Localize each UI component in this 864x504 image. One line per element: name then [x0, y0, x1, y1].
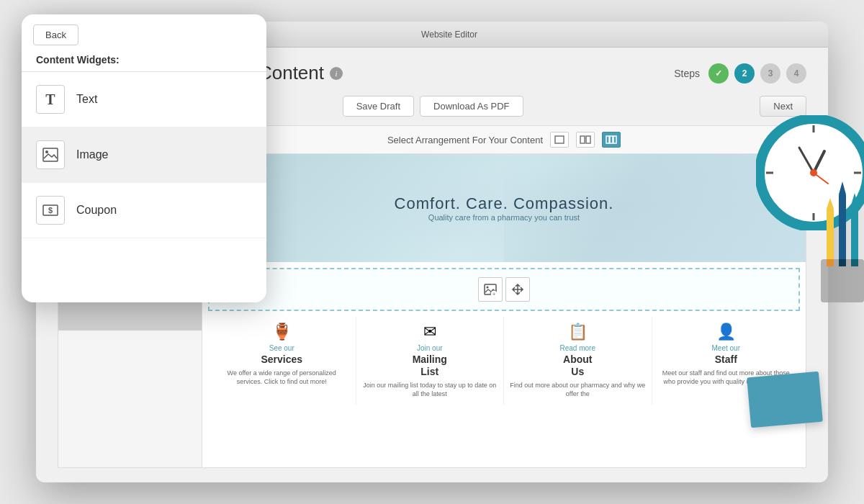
popup-coupon-icon: $: [36, 196, 65, 225]
popup-item-image[interactable]: Image: [22, 127, 266, 183]
svg-rect-36: [851, 259, 858, 266]
hero-title: Comfort. Care. Compassion.: [395, 194, 614, 213]
arrangement-bar: Select Arrangement For Your Content: [202, 126, 806, 154]
popup-title: Content Widgets:: [22, 45, 266, 72]
mailing-see: Join our: [362, 344, 498, 352]
widget-image-button[interactable]: +: [478, 277, 503, 302]
svg-rect-7: [606, 136, 609, 143]
services-grid: 🏺 See our Services We offer a wide range…: [202, 317, 806, 410]
svg-rect-14: [43, 148, 58, 161]
mailing-desc: Join our mailing list today to stay up t…: [362, 381, 498, 399]
website-preview: Comfort. Care. Compassion. Quality care …: [202, 154, 806, 467]
step-1: ✓: [708, 63, 729, 84]
steps-container: Steps ✓ 2 3 4: [674, 63, 806, 84]
widget-controls: +: [478, 277, 530, 302]
about-see: Read more: [510, 344, 646, 352]
next-button[interactable]: Next: [760, 96, 806, 117]
svg-marker-29: [827, 198, 834, 209]
svg-rect-5: [580, 136, 585, 143]
widget-drop-zone[interactable]: +: [208, 268, 800, 311]
layout-three-col-button[interactable]: [602, 132, 621, 148]
service-col-mailing: ✉ Join our MailingList Join our mailing …: [356, 317, 505, 405]
content-panel: Select Arrangement For Your Content: [202, 125, 806, 468]
popup-item-coupon[interactable]: $ Coupon: [22, 183, 266, 238]
step-3: 3: [760, 63, 780, 84]
popup-coupon-label: Coupon: [76, 204, 117, 217]
pencils-decoration: [799, 166, 864, 310]
mailing-title: MailingList: [362, 354, 498, 378]
svg-rect-9: [613, 136, 616, 143]
service-col-services: 🏺 See our Services We offer a wide range…: [208, 317, 356, 405]
photo-card-decoration: [747, 372, 823, 428]
svg-text:$: $: [48, 206, 53, 215]
svg-point-15: [45, 150, 48, 153]
layout-two-col-button[interactable]: [576, 132, 595, 148]
services-icon: 🏺: [214, 323, 350, 341]
popup-image-label: Image: [76, 148, 108, 161]
popup-text-icon: T: [36, 85, 65, 114]
widget-move-button[interactable]: [505, 277, 530, 302]
staff-icon: 👤: [658, 323, 795, 341]
svg-rect-31: [839, 194, 846, 263]
about-title: AboutUs: [510, 354, 646, 378]
svg-rect-28: [827, 209, 834, 266]
arrangement-label: Select Arrangement For Your Content: [387, 135, 543, 145]
toolbar-center: Save Draft Download As PDF: [343, 96, 523, 117]
about-desc: Find out more about our pharmacy and why…: [510, 381, 646, 399]
content-widgets-popup: Back Content Widgets: T Text Image: [22, 14, 266, 302]
services-title: Services: [214, 354, 350, 366]
mailing-icon: ✉: [362, 323, 498, 341]
step-2: 2: [734, 63, 755, 84]
staff-title: Staff: [658, 354, 795, 366]
steps-label: Steps: [674, 68, 700, 79]
layout-single-button[interactable]: [550, 132, 569, 148]
popup-image-icon: [36, 140, 65, 169]
save-draft-button[interactable]: Save Draft: [343, 96, 414, 117]
svg-rect-6: [586, 136, 590, 143]
svg-rect-30: [827, 259, 834, 266]
svg-rect-4: [555, 136, 564, 143]
services-desc: We offer a wide range of personalized se…: [214, 369, 350, 387]
svg-rect-33: [839, 259, 846, 266]
svg-rect-34: [851, 205, 858, 263]
popup-item-text[interactable]: T Text: [22, 72, 266, 127]
about-icon: 📋: [510, 323, 646, 341]
svg-point-11: [487, 287, 489, 289]
step-4: 4: [786, 63, 806, 84]
staff-see: Meet our: [658, 344, 795, 352]
svg-rect-8: [610, 136, 613, 143]
service-col-about: 📋 Read more AboutUs Find out more about …: [504, 317, 652, 405]
hero-subtitle: Quality care from a pharmacy you can tru…: [395, 213, 614, 222]
svg-marker-32: [839, 181, 846, 194]
hero-section: Comfort. Care. Compassion. Quality care …: [202, 154, 806, 262]
popup-back-button[interactable]: Back: [33, 24, 78, 45]
svg-marker-35: [851, 193, 858, 205]
hero-text-block: Comfort. Care. Compassion. Quality care …: [395, 194, 614, 222]
popup-text-label: Text: [76, 93, 97, 106]
info-icon[interactable]: i: [330, 67, 343, 80]
services-see: See our: [214, 344, 350, 352]
svg-text:+: +: [492, 292, 495, 295]
download-pdf-button[interactable]: Download As PDF: [420, 96, 523, 117]
